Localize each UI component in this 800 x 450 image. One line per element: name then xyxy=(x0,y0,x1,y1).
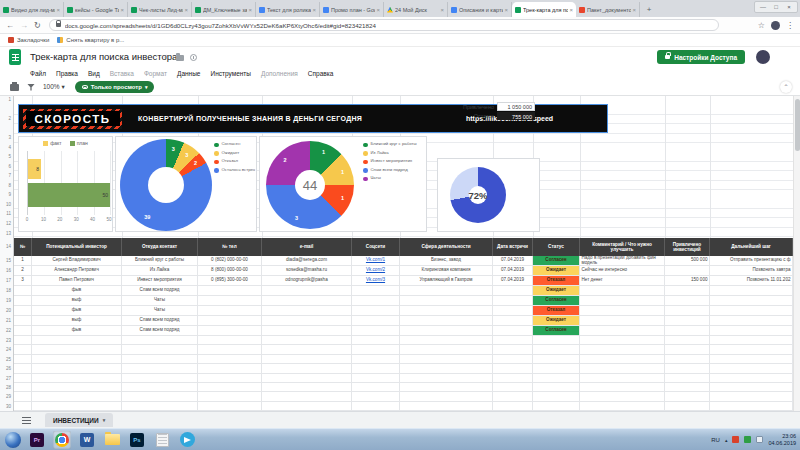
tab-close-icon[interactable]: × xyxy=(569,7,573,13)
tray-icon[interactable] xyxy=(732,436,739,443)
table-cell[interactable] xyxy=(665,364,710,373)
table-cell[interactable] xyxy=(533,345,580,354)
table-cell[interactable] xyxy=(493,286,533,296)
table-cell[interactable] xyxy=(710,392,793,401)
user-avatar[interactable] xyxy=(756,50,770,64)
table-cell[interactable] xyxy=(710,286,793,296)
row-number[interactable]: 5 xyxy=(8,152,11,162)
table-cell[interactable] xyxy=(665,286,710,296)
progress-donut-panel[interactable]: 72% xyxy=(437,158,540,232)
maximize-icon[interactable]: □ xyxy=(770,4,782,10)
table-cell[interactable]: 2 xyxy=(14,266,32,276)
table-cell[interactable]: Спам всем подряд xyxy=(122,326,198,336)
table-cell[interactable] xyxy=(198,355,262,364)
table-cell[interactable] xyxy=(262,296,352,306)
table-cell[interactable] xyxy=(122,392,198,401)
bookmark-item[interactable]: Снять квартиру в р... xyxy=(57,37,124,43)
table-cell[interactable] xyxy=(580,306,665,316)
table-cell[interactable] xyxy=(352,336,400,345)
row-number[interactable]: 23 xyxy=(6,336,11,345)
table-cell[interactable]: фыв xyxy=(32,306,122,316)
table-cell[interactable] xyxy=(400,355,493,364)
kpi-value[interactable]: 755 000 xyxy=(497,112,535,121)
table-cell[interactable] xyxy=(665,296,710,306)
table-cell[interactable] xyxy=(580,364,665,373)
table-cell[interactable] xyxy=(580,374,665,383)
table-cell[interactable] xyxy=(122,364,198,373)
table-header-cell[interactable]: Статус xyxy=(533,238,580,256)
table-cell[interactable] xyxy=(710,364,793,373)
table-cell[interactable] xyxy=(262,326,352,336)
table-header-cell[interactable]: Соцсети xyxy=(352,238,400,256)
table-cell[interactable] xyxy=(262,355,352,364)
table-cell[interactable] xyxy=(493,402,533,411)
tab-close-icon[interactable]: × xyxy=(312,7,316,13)
row-number[interactable]: 6 xyxy=(8,162,11,172)
row-number[interactable]: 3 xyxy=(8,133,11,143)
browser-tab[interactable]: Чек-листы Лид-маг× xyxy=(128,2,192,17)
table-header-cell[interactable]: Сфера деятельности xyxy=(400,238,493,256)
table-cell[interactable]: Клиринговая компания xyxy=(400,266,493,276)
table-cell[interactable] xyxy=(400,296,493,306)
browser-tab[interactable]: Пакет_документов× xyxy=(576,2,640,17)
table-cell[interactable]: Отказал xyxy=(533,306,580,316)
menu-item[interactable]: Данные xyxy=(177,70,200,77)
table-cell[interactable] xyxy=(14,392,32,401)
row-number[interactable]: 15 xyxy=(6,256,11,266)
table-cell[interactable]: 8 (800) 000-00-00 xyxy=(198,266,262,276)
premiere-taskbar-icon[interactable]: Pr xyxy=(28,431,46,449)
table-cell[interactable] xyxy=(352,364,400,373)
row-number[interactable]: 16 xyxy=(6,266,11,276)
browser-tab[interactable]: Трек-карта для по× xyxy=(512,2,576,17)
row-number[interactable]: 11 xyxy=(6,209,11,219)
table-cell[interactable]: 07.04.2019 xyxy=(493,266,533,276)
table-cell[interactable]: Ближний круг с работы xyxy=(122,256,198,266)
sheets-logo-icon[interactable] xyxy=(9,49,21,65)
table-cell[interactable] xyxy=(262,402,352,411)
tab-close-icon[interactable]: × xyxy=(184,7,188,13)
table-cell[interactable]: 150 000 xyxy=(665,276,710,286)
history-icon[interactable] xyxy=(190,54,197,61)
browser-tab[interactable]: 24 Мой Диск× xyxy=(384,2,448,17)
table-cell[interactable] xyxy=(352,316,400,326)
table-cell[interactable] xyxy=(400,316,493,326)
table-cell[interactable] xyxy=(262,316,352,326)
minimize-icon[interactable]: — xyxy=(757,4,769,10)
table-cell[interactable]: Согласен xyxy=(533,326,580,336)
table-cell[interactable]: Павел Петрович xyxy=(32,276,122,286)
table-cell[interactable] xyxy=(580,326,665,336)
table-cell[interactable] xyxy=(493,316,533,326)
table-cell[interactable] xyxy=(580,336,665,345)
share-button[interactable]: Настройки Доступа xyxy=(657,50,745,64)
table-cell[interactable] xyxy=(352,383,400,392)
table-cell[interactable] xyxy=(122,345,198,354)
table-cell[interactable]: Инвест мероприятия xyxy=(122,276,198,286)
table-cell[interactable]: sosedka@masha.ru xyxy=(262,266,352,276)
table-cell[interactable] xyxy=(198,336,262,345)
table-cell[interactable] xyxy=(710,316,793,326)
table-cell[interactable] xyxy=(533,383,580,392)
table-header-cell[interactable]: Откуда контакт xyxy=(122,238,198,256)
table-cell[interactable] xyxy=(352,374,400,383)
table-cell[interactable] xyxy=(32,383,122,392)
table-cell[interactable] xyxy=(198,316,262,326)
table-cell[interactable]: Сейчас не интересно xyxy=(580,266,665,276)
table-cell[interactable] xyxy=(533,336,580,345)
table-cell[interactable] xyxy=(710,306,793,316)
table-cell[interactable] xyxy=(262,364,352,373)
table-header-cell[interactable]: e-mail xyxy=(262,238,352,256)
browser-tab[interactable]: Видео для лид-маг× xyxy=(0,2,64,17)
menu-item[interactable]: Правка xyxy=(56,70,78,77)
table-cell[interactable] xyxy=(198,296,262,306)
table-cell[interactable] xyxy=(14,355,32,364)
table-cell[interactable]: Спам всем подряд xyxy=(122,316,198,326)
all-sheets-icon[interactable] xyxy=(22,417,31,424)
table-cell[interactable] xyxy=(665,266,710,276)
table-cell[interactable] xyxy=(198,374,262,383)
table-cell[interactable] xyxy=(14,306,32,316)
table-cell[interactable]: Александр Петрович xyxy=(32,266,122,276)
close-icon[interactable]: × xyxy=(783,4,795,10)
move-folder-icon[interactable] xyxy=(176,55,184,61)
table-cell[interactable]: Ожидает xyxy=(533,286,580,296)
bar-chart-panel[interactable]: фактплан 850 01020304050 xyxy=(18,136,113,232)
